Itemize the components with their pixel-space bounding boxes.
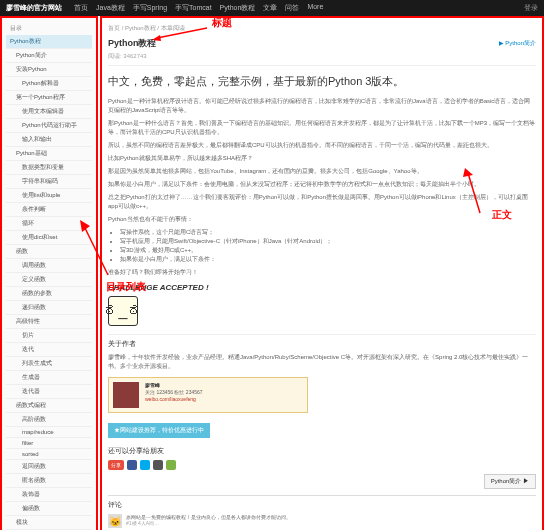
toc-item[interactable]: 递归函数 (6, 301, 92, 315)
page-title: Python教程 (108, 37, 157, 50)
toc-item[interactable]: filter (6, 438, 92, 449)
bullet-item: 如果你是小白用户，满足以下条件： (120, 255, 536, 264)
about-author-text: 廖雪峰，十年软件开发经验，业余产品经理。精通Java/Python/Ruby/S… (108, 353, 536, 371)
toc-item[interactable]: Python教程 (6, 35, 92, 49)
comments-heading: 评论 (108, 500, 536, 510)
author-meta: 关注 123456 粉丝 234567 (145, 389, 203, 396)
toc-item[interactable]: 高级特性 (6, 315, 92, 329)
toc-item[interactable]: 使用dict和set (6, 231, 92, 245)
paragraph: 所以，虽然不同的编程语言差异极大，最后都得翻译成CPU可以执行的机器指令。而不同… (108, 141, 536, 150)
toc-item[interactable]: Python简介 (6, 49, 92, 63)
paragraph: 那是因为虽然简单其他很多网站，包括YouTube、Instagram，还有国内的… (108, 167, 536, 176)
top-navbar: 廖雪峰的官方网站 首页Java教程手写Spring手写TomcatPython教… (0, 0, 544, 16)
toc-item[interactable]: 字符串和编码 (6, 175, 92, 189)
paragraph: 比如Python就极其简单易学，所以越来越多SHA程序？ (108, 154, 536, 163)
bullet-item: 写操作系统，这个只能用C语言写； (120, 228, 536, 237)
toc-item[interactable]: Python代码运行助手 (6, 119, 92, 133)
nav-item[interactable]: 首页 (74, 3, 88, 13)
toc-item[interactable]: 高阶函数 (6, 413, 92, 427)
toc-item[interactable]: 迭代器 (6, 385, 92, 399)
toc-item[interactable]: sorted (6, 449, 92, 460)
author-name: 廖雪峰 (145, 382, 203, 389)
paragraph: 准备好了吗？我们即将开始学习！ (108, 268, 536, 277)
toc-item[interactable]: 使用文本编辑器 (6, 105, 92, 119)
share-title: 还可以分享给朋友 (108, 446, 536, 456)
comment-meta: #1楼 4人A同… (126, 520, 291, 526)
breadcrumb[interactable]: 首页 / Python教程 / 本章阅读 (108, 24, 536, 33)
paragraph: 那Python是一种什么语言？首先，我们普及一下编程语言的基础知识。用任何编程语… (108, 119, 536, 137)
share-icon[interactable] (153, 460, 163, 470)
next-button[interactable]: Python简介 ▶ (484, 474, 536, 489)
toc-item[interactable]: 切片 (6, 329, 92, 343)
toc-item[interactable]: 函数的参数 (6, 287, 92, 301)
toc-item[interactable]: 调用函数 (6, 259, 92, 273)
toc-item[interactable]: 定义函数 (6, 273, 92, 287)
paragraph: 如果你是小白用户，满足以下条件：会使用电脑，但从来没写过程序；还记得初中数学学的… (108, 180, 536, 189)
toc-item[interactable]: 迭代 (6, 343, 92, 357)
login-link[interactable]: 登录 (524, 3, 538, 13)
paragraph: Python当然也有不能干的事情： (108, 215, 536, 224)
toc-item[interactable]: 生成器 (6, 371, 92, 385)
bullet-item: 写3D游戏，最好用C或C++。 (120, 246, 536, 255)
toc-item[interactable]: 数据类型和变量 (6, 161, 92, 175)
comments-section: 评论区 评论 🐱 原网站是一免费的编程教程！是业内良心，但是各人都讲你付费才能访… (108, 495, 536, 528)
toc-item[interactable]: 条件判断 (6, 203, 92, 217)
share-icon[interactable] (127, 460, 137, 470)
promo-banner[interactable]: ★网站建设推荐，特价优惠进行中 (108, 423, 210, 438)
toc-item[interactable]: 列表生成式 (6, 357, 92, 371)
meme-face-image: ಠ_ಠ (108, 296, 138, 326)
nav-item[interactable]: Java教程 (96, 3, 125, 13)
toc-item[interactable]: 偏函数 (6, 502, 92, 516)
toc-item[interactable]: Python基础 (6, 147, 92, 161)
nav-item[interactable]: More (307, 3, 323, 13)
share-icon[interactable] (166, 460, 176, 470)
hero-heading: 中文，免费，零起点，完整示例，基于最新的Python 3版本。 (108, 74, 536, 89)
author-avatar (113, 382, 139, 408)
toc-list: Python教程Python简介安装PythonPython解释器第一个Pyth… (6, 35, 92, 530)
toc-item[interactable]: 使用list和tuple (6, 189, 92, 203)
site-title[interactable]: 廖雪峰的官方网站 (6, 3, 62, 13)
share-label: 分享 (108, 460, 124, 470)
toc-sidebar: 目录 Python教程Python简介安装PythonPython解释器第一个P… (0, 16, 98, 530)
next-link-top[interactable]: ▶ Python简介 (499, 39, 536, 48)
paragraph: 总之把Python打的太过神了……这个我们要客观评价：用Python可以做，和P… (108, 193, 536, 211)
nav-item[interactable]: 问答 (285, 3, 299, 13)
toc-item[interactable]: 输入和输出 (6, 133, 92, 147)
share-bar: 分享 (108, 460, 536, 470)
nav-item[interactable]: Python教程 (220, 3, 256, 13)
nav-item[interactable]: 手写Tomcat (175, 3, 212, 13)
nav-item[interactable]: 手写Spring (133, 3, 167, 13)
toc-item[interactable]: 第一个Python程序 (6, 91, 92, 105)
toc-item[interactable]: 函数式编程 (6, 399, 92, 413)
nav-item[interactable]: 文章 (263, 3, 277, 13)
toc-item[interactable]: Python解释器 (6, 77, 92, 91)
toc-item[interactable]: 返回函数 (6, 460, 92, 474)
top-nav: 首页Java教程手写Spring手写TomcatPython教程文章问答More (74, 3, 323, 13)
challenge-text: CHALLENGE ACCEPTED ! (108, 283, 536, 292)
bullet-list: 写操作系统，这个只能用C语言写；写手机应用，只能用Swift/Objective… (108, 228, 536, 264)
toc-item[interactable]: 模块 (6, 516, 92, 530)
comment-item: 🐱 原网站是一免费的编程教程！是业内良心，但是各人都讲你付费才能访问。 #1楼 … (108, 514, 536, 528)
author-weibo-link[interactable]: weibo.com/liaoxuefeng (145, 396, 196, 402)
toc-item[interactable]: 匿名函数 (6, 474, 92, 488)
toc-item[interactable]: 循环 (6, 217, 92, 231)
commenter-avatar: 🐱 (108, 514, 122, 528)
bullet-item: 写手机应用，只能用Swift/Objective-C（针对iPhone）和Jav… (120, 237, 536, 246)
toc-item[interactable]: 装饰器 (6, 488, 92, 502)
main-content: 标题 首页 / Python教程 / 本章阅读 Python教程 ▶ Pytho… (100, 16, 544, 530)
read-count: 阅读: 3462743 (108, 52, 536, 61)
share-icon[interactable] (140, 460, 150, 470)
toc-item[interactable]: 函数 (6, 245, 92, 259)
about-author-heading: 关于作者 (108, 334, 536, 349)
paragraph: Python是一种计算机程序设计语言。你可能已经听说过很多种流行的编程语言，比如… (108, 97, 536, 115)
author-card: 廖雪峰 关注 123456 粉丝 234567 weibo.com/liaoxu… (108, 377, 308, 413)
toc-item[interactable]: map/reduce (6, 427, 92, 438)
toc-item[interactable]: 安装Python (6, 63, 92, 77)
toc-label: 目录 (6, 22, 92, 35)
